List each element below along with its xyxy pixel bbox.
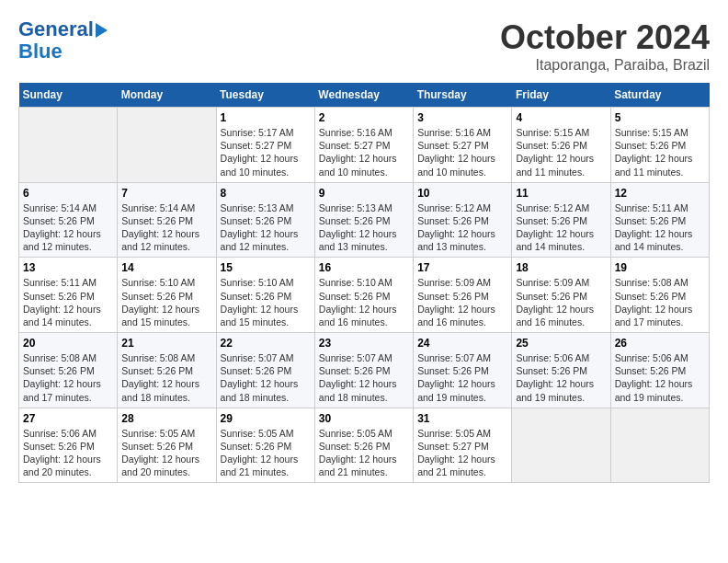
cell-info: Sunrise: 5:10 AMSunset: 5:26 PMDaylight:…	[221, 277, 299, 327]
cell-info: Sunrise: 5:13 AMSunset: 5:26 PMDaylight:…	[319, 202, 397, 253]
cell-info: Sunrise: 5:06 AMSunset: 5:26 PMDaylight:…	[615, 352, 693, 403]
day-number: 25	[516, 337, 606, 350]
cell-info: Sunrise: 5:07 AMSunset: 5:26 PMDaylight:…	[319, 352, 397, 403]
calendar-cell: 4Sunrise: 5:15 AMSunset: 5:26 PMDaylight…	[512, 108, 610, 183]
calendar-cell: 18Sunrise: 5:09 AMSunset: 5:26 PMDayligh…	[512, 258, 610, 333]
calendar-body: 1Sunrise: 5:17 AMSunset: 5:27 PMDaylight…	[19, 108, 710, 483]
cell-info: Sunrise: 5:09 AMSunset: 5:26 PMDaylight:…	[516, 277, 594, 327]
calendar-cell: 11Sunrise: 5:12 AMSunset: 5:26 PMDayligh…	[512, 182, 610, 258]
calendar-cell: 5Sunrise: 5:15 AMSunset: 5:26 PMDaylight…	[610, 108, 709, 183]
day-number: 19	[615, 261, 705, 274]
cell-info: Sunrise: 5:09 AMSunset: 5:26 PMDaylight:…	[417, 277, 495, 327]
cell-info: Sunrise: 5:05 AMSunset: 5:26 PMDaylight:…	[121, 428, 199, 478]
page-header: General Blue October 2024 Itaporanga, Pa…	[18, 18, 710, 74]
weekday-header: Wednesday	[314, 83, 413, 108]
calendar-cell: 16Sunrise: 5:10 AMSunset: 5:26 PMDayligh…	[314, 258, 413, 333]
logo-arrow-icon	[96, 23, 108, 38]
logo-text-blue: Blue	[18, 40, 63, 63]
cell-info: Sunrise: 5:08 AMSunset: 5:26 PMDaylight:…	[23, 352, 101, 403]
day-number: 11	[516, 187, 606, 200]
calendar-cell: 8Sunrise: 5:13 AMSunset: 5:26 PMDaylight…	[216, 182, 314, 258]
cell-info: Sunrise: 5:14 AMSunset: 5:26 PMDaylight:…	[121, 202, 199, 253]
calendar-cell: 24Sunrise: 5:07 AMSunset: 5:26 PMDayligh…	[414, 333, 512, 408]
day-number: 15	[221, 261, 311, 274]
calendar-cell: 12Sunrise: 5:11 AMSunset: 5:26 PMDayligh…	[610, 182, 709, 258]
weekday-header: Monday	[118, 83, 216, 108]
calendar-cell	[118, 108, 216, 183]
calendar-cell: 20Sunrise: 5:08 AMSunset: 5:26 PMDayligh…	[19, 333, 118, 408]
calendar-cell: 26Sunrise: 5:06 AMSunset: 5:26 PMDayligh…	[610, 333, 709, 408]
calendar-table: SundayMondayTuesdayWednesdayThursdayFrid…	[18, 83, 710, 483]
day-number: 10	[417, 187, 507, 200]
month-title: October 2024	[500, 18, 710, 57]
calendar-cell: 22Sunrise: 5:07 AMSunset: 5:26 PMDayligh…	[216, 333, 314, 408]
cell-info: Sunrise: 5:08 AMSunset: 5:26 PMDaylight:…	[121, 352, 199, 403]
day-number: 20	[23, 337, 113, 350]
cell-info: Sunrise: 5:16 AMSunset: 5:27 PMDaylight:…	[319, 127, 397, 178]
calendar-cell: 25Sunrise: 5:06 AMSunset: 5:26 PMDayligh…	[512, 333, 610, 408]
day-number: 4	[516, 111, 606, 124]
calendar-cell: 7Sunrise: 5:14 AMSunset: 5:26 PMDaylight…	[118, 182, 216, 258]
day-number: 7	[121, 187, 211, 200]
cell-info: Sunrise: 5:07 AMSunset: 5:26 PMDaylight:…	[221, 352, 299, 403]
cell-info: Sunrise: 5:15 AMSunset: 5:26 PMDaylight:…	[516, 127, 594, 178]
day-number: 14	[121, 261, 211, 274]
calendar-cell: 28Sunrise: 5:05 AMSunset: 5:26 PMDayligh…	[118, 408, 216, 483]
calendar-cell: 19Sunrise: 5:08 AMSunset: 5:26 PMDayligh…	[610, 258, 709, 333]
calendar-cell: 29Sunrise: 5:05 AMSunset: 5:26 PMDayligh…	[216, 408, 314, 483]
cell-info: Sunrise: 5:10 AMSunset: 5:26 PMDaylight:…	[121, 277, 199, 327]
calendar-cell: 1Sunrise: 5:17 AMSunset: 5:27 PMDaylight…	[216, 108, 314, 183]
cell-info: Sunrise: 5:05 AMSunset: 5:26 PMDaylight:…	[221, 428, 299, 478]
cell-info: Sunrise: 5:06 AMSunset: 5:26 PMDaylight:…	[516, 352, 594, 403]
day-number: 21	[121, 337, 211, 350]
calendar-cell: 13Sunrise: 5:11 AMSunset: 5:26 PMDayligh…	[19, 258, 118, 333]
cell-info: Sunrise: 5:17 AMSunset: 5:27 PMDaylight:…	[221, 127, 299, 178]
calendar-cell: 21Sunrise: 5:08 AMSunset: 5:26 PMDayligh…	[118, 333, 216, 408]
calendar-header: SundayMondayTuesdayWednesdayThursdayFrid…	[19, 83, 710, 108]
day-number: 31	[417, 412, 507, 425]
cell-info: Sunrise: 5:13 AMSunset: 5:26 PMDaylight:…	[221, 202, 299, 253]
day-number: 3	[417, 111, 507, 124]
calendar-cell	[610, 408, 709, 483]
day-number: 13	[23, 261, 113, 274]
calendar-cell: 6Sunrise: 5:14 AMSunset: 5:26 PMDaylight…	[19, 182, 118, 258]
cell-info: Sunrise: 5:12 AMSunset: 5:26 PMDaylight:…	[516, 202, 594, 253]
cell-info: Sunrise: 5:11 AMSunset: 5:26 PMDaylight:…	[615, 202, 693, 253]
cell-info: Sunrise: 5:12 AMSunset: 5:26 PMDaylight:…	[417, 202, 495, 253]
day-number: 5	[615, 111, 705, 124]
logo: General Blue	[18, 18, 108, 63]
weekday-header: Thursday	[414, 83, 512, 108]
day-number: 12	[615, 187, 705, 200]
weekday-header: Sunday	[19, 83, 118, 108]
day-number: 29	[221, 412, 311, 425]
calendar-cell: 31Sunrise: 5:05 AMSunset: 5:27 PMDayligh…	[414, 408, 512, 483]
day-number: 28	[121, 412, 211, 425]
weekday-header: Tuesday	[216, 83, 314, 108]
cell-info: Sunrise: 5:05 AMSunset: 5:26 PMDaylight:…	[319, 428, 397, 478]
cell-info: Sunrise: 5:11 AMSunset: 5:26 PMDaylight:…	[23, 277, 101, 327]
day-number: 23	[319, 337, 409, 350]
calendar-cell: 9Sunrise: 5:13 AMSunset: 5:26 PMDaylight…	[314, 182, 413, 258]
title-section: October 2024 Itaporanga, Paraiba, Brazil	[500, 18, 710, 74]
day-number: 16	[319, 261, 409, 274]
cell-info: Sunrise: 5:05 AMSunset: 5:27 PMDaylight:…	[417, 428, 495, 478]
calendar-cell: 27Sunrise: 5:06 AMSunset: 5:26 PMDayligh…	[19, 408, 118, 483]
calendar-cell	[512, 408, 610, 483]
day-number: 18	[516, 261, 606, 274]
cell-info: Sunrise: 5:08 AMSunset: 5:26 PMDaylight:…	[615, 277, 693, 327]
calendar-cell: 30Sunrise: 5:05 AMSunset: 5:26 PMDayligh…	[314, 408, 413, 483]
weekday-header: Saturday	[610, 83, 709, 108]
cell-info: Sunrise: 5:06 AMSunset: 5:26 PMDaylight:…	[23, 428, 101, 478]
day-number: 17	[417, 261, 507, 274]
day-number: 1	[221, 111, 311, 124]
calendar-cell: 23Sunrise: 5:07 AMSunset: 5:26 PMDayligh…	[314, 333, 413, 408]
day-number: 8	[221, 187, 311, 200]
calendar-cell: 10Sunrise: 5:12 AMSunset: 5:26 PMDayligh…	[414, 182, 512, 258]
cell-info: Sunrise: 5:15 AMSunset: 5:26 PMDaylight:…	[615, 127, 693, 178]
location-subtitle: Itaporanga, Paraiba, Brazil	[500, 57, 710, 74]
day-number: 24	[417, 337, 507, 350]
calendar-cell	[19, 108, 118, 183]
weekday-header: Friday	[512, 83, 610, 108]
calendar-cell: 17Sunrise: 5:09 AMSunset: 5:26 PMDayligh…	[414, 258, 512, 333]
cell-info: Sunrise: 5:10 AMSunset: 5:26 PMDaylight:…	[319, 277, 397, 327]
